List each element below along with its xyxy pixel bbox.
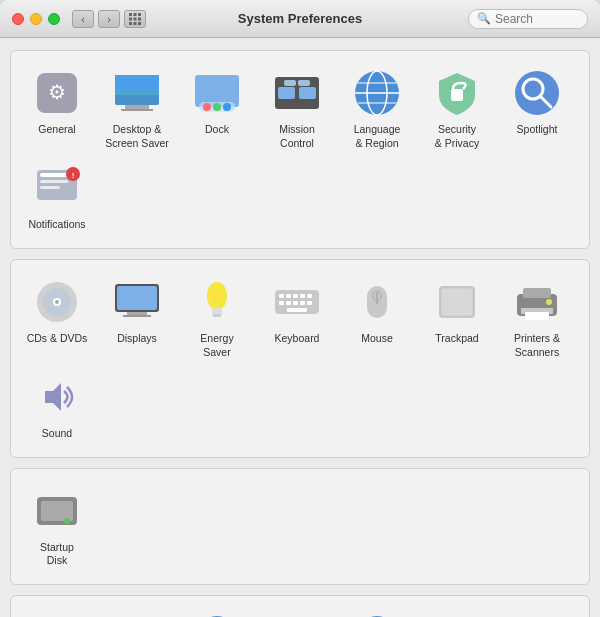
svg-rect-57 — [300, 294, 305, 298]
section-personal-row: ⚙ General — [17, 61, 583, 238]
svg-rect-47 — [127, 312, 147, 315]
desktop-screensaver-icon — [111, 67, 163, 119]
energy-saver-label: EnergySaver — [200, 332, 233, 359]
system-preferences-window: ‹ › System Preferences 🔍 — [0, 0, 600, 617]
pref-security-privacy[interactable]: Security& Privacy — [417, 61, 497, 156]
cds-dvds-label: CDs & DVDs — [27, 332, 88, 346]
svg-rect-55 — [286, 294, 291, 298]
svg-point-32 — [515, 71, 559, 115]
extensions-icon — [431, 612, 483, 617]
close-button[interactable] — [12, 13, 24, 25]
keyboard-icon — [271, 276, 323, 328]
section-startup-row: StartupDisk — [17, 479, 583, 574]
svg-rect-24 — [284, 80, 296, 86]
pref-mission-control[interactable]: MissionControl — [257, 61, 337, 156]
svg-rect-54 — [279, 294, 284, 298]
section-hardware: CDs & DVDs Displays — [10, 259, 590, 458]
pref-sound[interactable]: Sound — [17, 365, 97, 447]
displays-icon — [111, 276, 163, 328]
svg-rect-5 — [138, 17, 141, 20]
svg-rect-48 — [123, 315, 151, 317]
app-store-icon: A — [191, 612, 243, 617]
pref-general[interactable]: ⚙ General — [17, 61, 97, 143]
pref-desktop-screensaver[interactable]: Desktop &Screen Saver — [97, 61, 177, 156]
startup-disk-label: StartupDisk — [40, 541, 74, 568]
maximize-button[interactable] — [48, 13, 60, 25]
spotlight-icon — [511, 67, 563, 119]
search-input[interactable] — [495, 12, 579, 26]
svg-rect-71 — [523, 288, 551, 298]
pref-extensions[interactable]: Extensions — [417, 606, 497, 617]
svg-rect-22 — [278, 87, 295, 99]
svg-rect-51 — [213, 314, 221, 317]
dock-icon — [191, 67, 243, 119]
section-internet: iCloud @ InternetAccounts — [10, 595, 590, 617]
internet-accounts-icon: @ — [111, 612, 163, 617]
cds-dvds-icon — [31, 276, 83, 328]
svg-rect-73 — [525, 312, 549, 320]
nav-buttons: ‹ › — [72, 10, 120, 28]
pref-mouse[interactable]: Mouse — [337, 270, 417, 352]
pref-notifications[interactable]: ! Notifications — [17, 156, 97, 238]
pref-keyboard[interactable]: Keyboard — [257, 270, 337, 352]
pref-language-region[interactable]: Language& Region — [337, 61, 417, 156]
general-label: General — [38, 123, 75, 137]
search-box[interactable]: 🔍 — [468, 9, 588, 29]
search-icon: 🔍 — [477, 12, 491, 25]
sound-icon — [31, 371, 83, 423]
network-icon — [271, 612, 323, 617]
svg-rect-37 — [40, 180, 68, 183]
security-privacy-icon — [431, 67, 483, 119]
section-hardware-row: CDs & DVDs Displays — [17, 270, 583, 447]
svg-rect-4 — [134, 17, 137, 20]
forward-button[interactable]: › — [98, 10, 120, 28]
bluetooth-icon — [351, 612, 403, 617]
pref-sharing[interactable]: 📤 Sharing — [497, 606, 577, 617]
window-title: System Preferences — [238, 11, 362, 26]
svg-rect-3 — [129, 17, 132, 20]
svg-rect-58 — [307, 294, 312, 298]
minimize-button[interactable] — [30, 13, 42, 25]
back-button[interactable]: ‹ — [72, 10, 94, 28]
pref-internet-accounts[interactable]: @ InternetAccounts — [97, 606, 177, 617]
svg-rect-46 — [117, 286, 157, 310]
svg-rect-14 — [125, 105, 149, 109]
language-region-label: Language& Region — [354, 123, 401, 150]
language-region-icon — [351, 67, 403, 119]
pref-cds-dvds[interactable]: CDs & DVDs — [17, 270, 97, 352]
svg-rect-1 — [134, 13, 137, 16]
svg-rect-25 — [298, 80, 310, 86]
pref-dock[interactable]: Dock — [177, 61, 257, 143]
pref-trackpad[interactable]: Trackpad — [417, 270, 497, 352]
svg-point-44 — [55, 300, 59, 304]
svg-rect-0 — [129, 13, 132, 16]
pref-displays[interactable]: Displays — [97, 270, 177, 352]
pref-spotlight[interactable]: Spotlight — [497, 61, 577, 143]
notifications-label: Notifications — [28, 218, 85, 232]
svg-rect-77 — [41, 501, 73, 521]
svg-rect-6 — [129, 22, 132, 25]
pref-energy-saver[interactable]: EnergySaver — [177, 270, 257, 365]
pref-startup-disk[interactable]: StartupDisk — [17, 479, 97, 574]
printers-scanners-icon — [511, 276, 563, 328]
energy-saver-icon — [191, 276, 243, 328]
pref-app-store[interactable]: A App Store — [177, 606, 257, 617]
svg-rect-15 — [121, 109, 153, 111]
svg-rect-38 — [40, 186, 60, 189]
grid-view-button[interactable] — [124, 10, 146, 28]
pref-icloud[interactable]: iCloud — [17, 606, 97, 617]
svg-point-52 — [211, 290, 223, 302]
security-privacy-label: Security& Privacy — [435, 123, 479, 150]
pref-network[interactable]: Network — [257, 606, 337, 617]
mission-control-label: MissionControl — [279, 123, 315, 150]
trackpad-icon — [431, 276, 483, 328]
traffic-lights — [12, 13, 60, 25]
pref-printers-scanners[interactable]: Printers &Scanners — [497, 270, 577, 365]
svg-point-78 — [64, 518, 70, 524]
svg-rect-61 — [293, 301, 298, 305]
pref-bluetooth[interactable]: Bluetooth — [337, 606, 417, 617]
svg-rect-63 — [307, 301, 312, 305]
svg-marker-75 — [45, 383, 61, 411]
svg-rect-7 — [134, 22, 137, 25]
printers-scanners-label: Printers &Scanners — [514, 332, 560, 359]
